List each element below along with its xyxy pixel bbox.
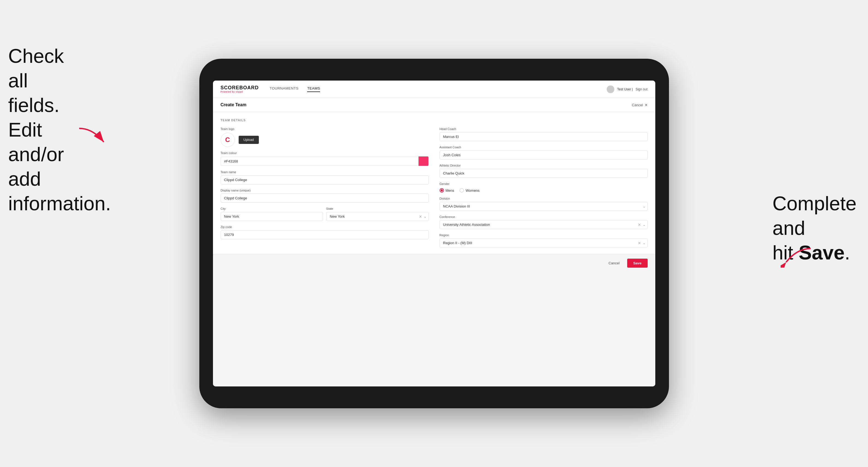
city-state-field: City State ✕ ⌄ xyxy=(221,207,429,221)
gender-label: Gender xyxy=(440,182,648,185)
page-title: Create Team xyxy=(221,102,247,107)
gender-womens-option[interactable]: Womens xyxy=(460,188,479,192)
city-input[interactable] xyxy=(221,212,323,221)
division-label: Division xyxy=(440,197,648,200)
athletic-director-field: Athletic Director xyxy=(440,164,648,178)
left-arrow-icon xyxy=(76,126,109,148)
section-label: TEAM DETAILS xyxy=(221,119,648,122)
region-field: Region ✕ ⌄ xyxy=(440,234,648,247)
division-select-wrap: ⌄ xyxy=(440,202,648,211)
left-instructions: Check all fields. Edit and/or add inform… xyxy=(8,44,85,216)
state-input[interactable] xyxy=(326,212,429,221)
region-input[interactable] xyxy=(440,239,648,247)
team-colour-input[interactable] xyxy=(221,157,418,166)
page-header: Create Team Cancel ✕ xyxy=(213,98,655,112)
head-coach-label: Head Coach xyxy=(440,127,648,130)
division-input[interactable] xyxy=(440,202,648,211)
zip-code-field: Zip code xyxy=(221,225,429,239)
region-clear-icon[interactable]: ✕ xyxy=(638,241,641,245)
display-name-input[interactable] xyxy=(221,194,429,203)
logo-circle: C xyxy=(221,133,235,147)
gender-field: Gender Mens Womens xyxy=(440,182,648,192)
team-logo-label: Team logo xyxy=(221,127,429,130)
region-select-wrap: ✕ ⌄ xyxy=(440,239,648,247)
team-colour-field: Team colour xyxy=(221,151,429,166)
state-clear-icon[interactable]: ✕ xyxy=(419,214,422,219)
conference-clear-icon[interactable]: ✕ xyxy=(638,223,641,227)
conference-field: Conference ✕ ⌄ xyxy=(440,215,648,229)
team-name-input[interactable] xyxy=(221,175,429,184)
conference-label: Conference xyxy=(440,215,648,218)
city-label: City xyxy=(221,207,323,210)
nav-links: TOURNAMENTS TEAMS xyxy=(270,86,607,92)
display-name-field: Display name (unique) xyxy=(221,189,429,203)
main-content: Create Team Cancel ✕ TEAM DETAILS Team l… xyxy=(213,98,655,386)
upload-button[interactable]: Upload xyxy=(239,136,259,144)
radio-mens-dot xyxy=(440,188,444,192)
color-input-row xyxy=(221,156,429,166)
user-area: Test User | Sign out xyxy=(607,86,647,93)
form-footer: Cancel Save xyxy=(213,254,655,272)
team-logo-field: Team logo C Upload xyxy=(221,127,429,147)
form-right: Head Coach Assistant Coach Athletic Dire… xyxy=(440,127,648,247)
assistant-coach-field: Assistant Coach xyxy=(440,146,648,159)
team-colour-label: Team colour xyxy=(221,151,429,155)
cancel-button[interactable]: Cancel xyxy=(604,259,624,268)
right-arrow-icon xyxy=(781,246,813,268)
form-grid: Team logo C Upload Team colour xyxy=(221,127,648,247)
assistant-coach-input[interactable] xyxy=(440,151,648,159)
cancel-top[interactable]: Cancel ✕ xyxy=(632,103,647,107)
tablet-screen: SCOREBOARD Powered by clippd TOURNAMENTS… xyxy=(213,81,655,386)
city-field: City xyxy=(221,207,323,221)
navbar: SCOREBOARD Powered by clippd TOURNAMENTS… xyxy=(213,81,655,98)
logo-subtitle: Powered by clippd xyxy=(221,90,259,93)
radio-womens-dot xyxy=(460,188,464,192)
state-field: State ✕ ⌄ xyxy=(326,207,429,221)
form-area: TEAM DETAILS Team logo C Upload xyxy=(213,112,655,254)
sign-out-link[interactable]: Sign out xyxy=(636,87,647,91)
display-name-label: Display name (unique) xyxy=(221,189,429,192)
nav-tournaments[interactable]: TOURNAMENTS xyxy=(270,86,299,92)
tablet-frame: SCOREBOARD Powered by clippd TOURNAMENTS… xyxy=(199,59,669,408)
state-label: State xyxy=(326,207,429,210)
nav-teams[interactable]: TEAMS xyxy=(307,86,320,92)
gender-radio-row: Mens Womens xyxy=(440,188,648,192)
form-left: Team logo C Upload Team colour xyxy=(221,127,429,247)
team-name-label: Team name xyxy=(221,170,429,174)
athletic-director-input[interactable] xyxy=(440,169,648,178)
logo-area: SCOREBOARD Powered by clippd xyxy=(221,85,259,93)
team-name-field: Team name xyxy=(221,170,429,184)
assistant-coach-label: Assistant Coach xyxy=(440,146,648,149)
logo-display: C Upload xyxy=(221,133,429,147)
region-label: Region xyxy=(440,234,648,237)
gender-mens-option[interactable]: Mens xyxy=(440,188,454,192)
conference-input[interactable] xyxy=(440,220,648,229)
head-coach-input[interactable] xyxy=(440,132,648,141)
conference-select-wrap: ✕ ⌄ xyxy=(440,220,648,229)
state-select-wrap: ✕ ⌄ xyxy=(326,212,429,221)
close-icon: ✕ xyxy=(645,103,648,107)
division-field: Division ⌄ xyxy=(440,197,648,211)
app-logo: SCOREBOARD xyxy=(221,85,259,90)
city-state-row: City State ✕ ⌄ xyxy=(221,207,429,221)
user-name: Test User | xyxy=(617,87,633,91)
zip-label: Zip code xyxy=(221,225,429,228)
color-swatch[interactable] xyxy=(418,156,429,166)
avatar xyxy=(607,86,614,93)
athletic-director-label: Athletic Director xyxy=(440,164,648,167)
zip-input[interactable] xyxy=(221,230,429,239)
save-button[interactable]: Save xyxy=(627,259,647,268)
head-coach-field: Head Coach xyxy=(440,127,648,141)
